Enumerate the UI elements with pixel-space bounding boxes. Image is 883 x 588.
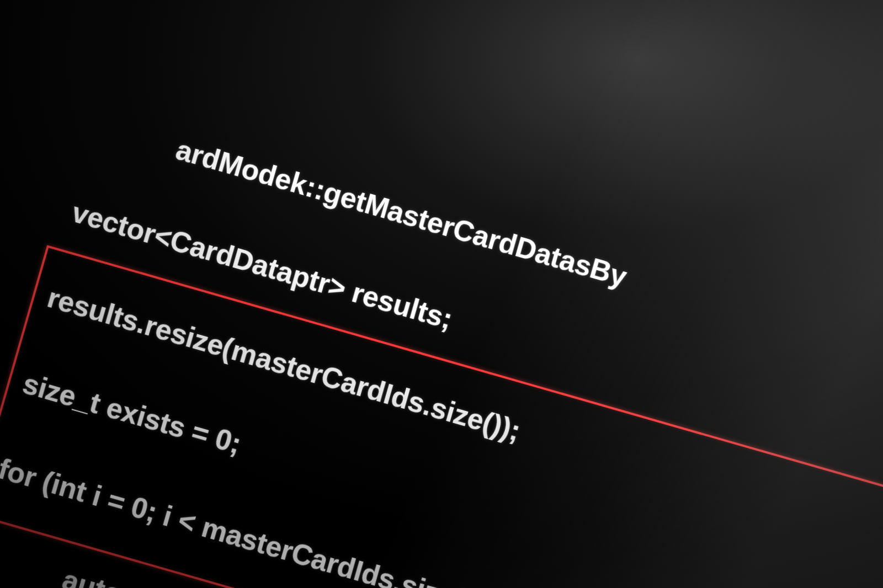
code-photo-viewport: ardModek::getMasterCardDatasBy vector<Ca… [0, 0, 883, 588]
rotated-code-plane: ardModek::getMasterCardDatasBy vector<Ca… [0, 6, 857, 588]
source-code-block: ardModek::getMasterCardDatasBy vector<Ca… [0, 33, 849, 588]
